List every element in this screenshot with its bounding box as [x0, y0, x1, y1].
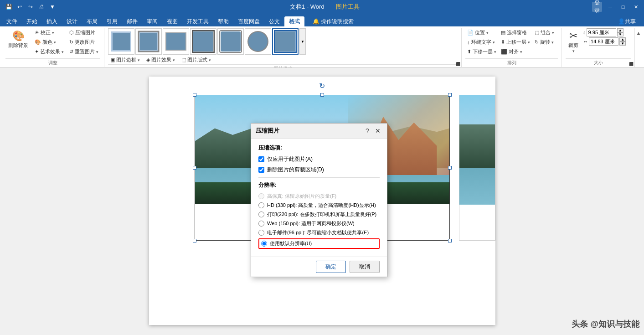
compress-picture-button[interactable]: ⬡ 压缩图片	[67, 28, 100, 37]
compress-dialog[interactable]: 压缩图片 ? ✕ 压缩选项: 仅应用于此图片(A) 删除图片的剪裁区域(D)	[251, 123, 387, 277]
width-spin-down[interactable]: ▼	[619, 41, 626, 46]
style-thumb-6[interactable]	[245, 28, 271, 55]
radio-print[interactable]	[258, 211, 264, 217]
size-inputs: ↕ ▲ ▼ ↔ ▲ ▼	[583, 28, 626, 46]
ok-button[interactable]: 确定	[316, 261, 346, 273]
svg-rect-9	[221, 31, 241, 52]
tab-search[interactable]: 🔔 操作说明搜索	[308, 16, 358, 26]
height-input-row: ↕ ▲ ▼	[583, 28, 626, 36]
width-spin-up[interactable]: ▲	[619, 37, 626, 41]
reset-dropdown[interactable]: ▾	[96, 50, 98, 54]
style-thumb-1[interactable]	[108, 28, 134, 55]
rotate-handle[interactable]: ↻	[318, 81, 327, 90]
more-button[interactable]: ▼	[47, 2, 57, 12]
login-button[interactable]: 登录	[592, 2, 602, 12]
checkbox-apply-only[interactable]	[258, 156, 264, 162]
tab-baidu[interactable]: 百度网盘	[233, 16, 264, 26]
radio-default[interactable]	[261, 241, 267, 247]
handle-mr[interactable]	[448, 166, 452, 170]
picture-layout-button[interactable]: ⬚ 图片版式 ▾	[179, 56, 213, 64]
border-dropdown[interactable]: ▾	[138, 58, 140, 62]
print-button[interactable]: 🖨	[36, 2, 46, 12]
tab-help[interactable]: 帮助	[213, 16, 233, 26]
handle-bl[interactable]	[193, 239, 196, 242]
style-thumb-4[interactable]	[190, 28, 216, 55]
size-expand[interactable]: ⬛	[629, 62, 634, 66]
art-dropdown[interactable]: ▾	[62, 50, 64, 54]
handle-ml[interactable]	[193, 166, 196, 170]
send-back-button[interactable]: ⬇ 上移一层 ▾	[499, 38, 532, 46]
position-button[interactable]: 📄 位置 ▾	[465, 28, 498, 37]
tab-format[interactable]: 格式	[284, 16, 304, 26]
tab-share[interactable]: 👤 共享	[613, 16, 640, 26]
picture-style-expand[interactable]: ⬛	[456, 62, 460, 66]
remove-background-button[interactable]: 🎨 删除背景	[5, 28, 31, 51]
width-input[interactable]	[589, 37, 618, 46]
radio-hd[interactable]	[258, 202, 264, 208]
style-thumb-7[interactable]	[272, 28, 299, 55]
tab-insert[interactable]: 插入	[42, 16, 62, 26]
save-button[interactable]: 💾	[4, 2, 14, 12]
redo-button[interactable]: ↪	[26, 2, 36, 12]
correct-button[interactable]: ☀ 校正 ▾	[33, 28, 66, 37]
ribbon-tabs: 文件 开始 插入 设计 布局 引用 邮件 审阅 视图 开发工具 帮助 百度网盘 …	[0, 14, 644, 26]
tab-file[interactable]: 文件	[2, 16, 22, 26]
dialog-footer: 确定 取消	[251, 257, 387, 277]
document-image-right: ▤	[459, 95, 495, 241]
art-effect-button[interactable]: ✦ 艺术效果 ▾	[33, 47, 66, 56]
tab-review[interactable]: 审阅	[142, 16, 162, 26]
reset-picture-button[interactable]: ↺ 重置图片 ▾	[67, 47, 100, 56]
cancel-button[interactable]: 取消	[350, 261, 380, 273]
tab-mailings[interactable]: 邮件	[122, 16, 142, 26]
bring-forward-button[interactable]: ⬆ 下移一层 ▾	[465, 47, 498, 56]
position-icon: 📄	[467, 30, 474, 36]
maximize-button[interactable]: □	[618, 2, 628, 11]
crop-button[interactable]: ✂ 裁剪 ▾	[566, 28, 581, 55]
align-button[interactable]: ⬛ 对齐 ▾	[499, 47, 532, 56]
handle-tr[interactable]	[448, 93, 452, 97]
close-button[interactable]: ✕	[631, 2, 640, 11]
radio-row-2: HD (330 ppi): 高质量，适合高清晰度(HD)显示(H)	[258, 202, 380, 209]
ribbon-group-arrange: 📄 位置 ▾ ↕ 环绕文字 ▾ ⬆ 下移一层 ▾ ▤ 选择窗格	[462, 28, 562, 67]
tab-devtools[interactable]: 开发工具	[182, 16, 213, 26]
effect-dropdown[interactable]: ▾	[173, 58, 175, 62]
style-thumb-3[interactable]	[163, 28, 189, 55]
minimize-button[interactable]: ─	[606, 2, 615, 11]
collapse-ribbon-button[interactable]: ▲	[635, 28, 642, 67]
rotate-button[interactable]: ↻ 旋转 ▾	[533, 38, 556, 46]
picture-effect-button[interactable]: ◈ 图片效果 ▾	[144, 56, 177, 64]
color-button[interactable]: 🎨 颜色 ▾	[33, 38, 66, 46]
handle-tm[interactable]	[320, 93, 324, 97]
dialog-help-button[interactable]: ?	[363, 127, 371, 135]
undo-button[interactable]: ↩	[15, 2, 25, 12]
handle-tl[interactable]	[193, 93, 196, 97]
height-input[interactable]	[587, 28, 616, 36]
checkbox-delete-crop[interactable]	[258, 167, 264, 173]
title-bar-right: 登录 ─ □ ✕	[592, 2, 640, 12]
group-button[interactable]: ⬚ 组合 ▾	[533, 28, 556, 37]
radio-hifi[interactable]	[258, 193, 264, 199]
handle-br[interactable]	[448, 239, 452, 242]
correct-dropdown[interactable]: ▾	[52, 31, 54, 35]
style-thumb-5[interactable]	[217, 28, 244, 55]
tab-view[interactable]: 视图	[162, 16, 182, 26]
selection-pane-button[interactable]: ▤ 选择窗格	[499, 28, 532, 37]
tab-home[interactable]: 开始	[22, 16, 42, 26]
style-scroll-down[interactable]: ▼	[299, 28, 306, 55]
dialog-titlebar: 压缩图片 ? ✕	[251, 124, 387, 139]
layout-dropdown[interactable]: ▾	[209, 58, 211, 62]
wrap-text-button[interactable]: ↕ 环绕文字 ▾	[465, 38, 498, 46]
tab-design[interactable]: 设计	[62, 16, 82, 26]
radio-web[interactable]	[258, 221, 264, 227]
color-dropdown[interactable]: ▾	[54, 40, 56, 45]
radio-email[interactable]	[258, 230, 264, 236]
height-spin-down[interactable]: ▼	[617, 32, 623, 36]
tab-layout[interactable]: 布局	[82, 16, 102, 26]
style-thumb-2[interactable]	[135, 28, 162, 55]
change-picture-button[interactable]: ↻ 更改图片	[67, 38, 100, 46]
tab-gongwen[interactable]: 公文	[264, 16, 284, 26]
tab-references[interactable]: 引用	[102, 16, 122, 26]
picture-border-button[interactable]: ▣ 图片边框 ▾	[108, 56, 142, 64]
height-spin-up[interactable]: ▲	[617, 28, 623, 32]
dialog-close-button[interactable]: ✕	[373, 126, 382, 135]
